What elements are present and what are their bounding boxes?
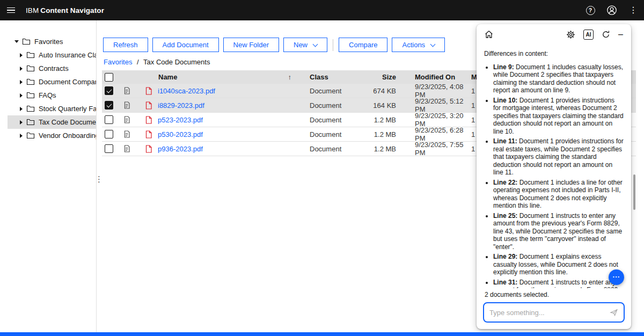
tree-item-label: Document Comparison	[39, 78, 96, 86]
pdf-icon	[145, 87, 152, 95]
select-all-checkbox[interactable]	[105, 73, 113, 82]
cell-class: Document	[302, 87, 364, 95]
chevron-down-icon	[430, 41, 436, 47]
new-dropdown-label: New	[294, 41, 308, 49]
difference-label: Line 31:	[493, 279, 517, 286]
tree-item[interactable]: Document Comparison	[8, 75, 96, 89]
tree-item[interactable]: FAQs	[8, 89, 96, 102]
row-checkbox[interactable]	[105, 144, 113, 153]
settings-button[interactable]	[566, 30, 575, 39]
minimize-button[interactable]: –	[618, 30, 623, 39]
brand-prefix: IBM	[26, 6, 39, 14]
compare-button[interactable]: Compare	[339, 38, 387, 52]
refresh-button[interactable]: Refresh	[103, 38, 148, 52]
ai-response: Differences in content: Line 9: Document…	[477, 45, 631, 288]
tree-item[interactable]: Auto Insurance Claim D	[8, 48, 96, 62]
tree-item-favorites[interactable]: Favorites	[0, 35, 96, 48]
actions-dropdown-label: Actions	[402, 41, 425, 49]
column-header-class[interactable]: Class	[302, 73, 364, 81]
cell-modified-on: 9/23/2025, 4:08 PM	[396, 83, 471, 99]
row-checkbox[interactable]	[105, 130, 113, 138]
breadcrumb-favorites-link[interactable]: Favorites	[104, 58, 132, 66]
home-icon	[485, 30, 493, 39]
document-link[interactable]: p936-2023.pdf	[158, 145, 203, 153]
breadcrumb-separator: /	[137, 58, 139, 66]
toolbar-divider	[333, 39, 333, 51]
tree-item-label: Vendor Onboarding	[39, 132, 96, 140]
tree-item[interactable]: Tax Code Documents	[8, 115, 96, 129]
tree-item-label: Contracts	[39, 64, 69, 72]
folder-icon	[26, 51, 35, 59]
actions-dropdown-button[interactable]: Actions	[392, 38, 445, 52]
ai-badge: AI	[583, 30, 594, 40]
more-options-button[interactable]: ...	[609, 269, 624, 285]
tree-item[interactable]: Contracts	[8, 62, 96, 75]
folder-icon	[26, 118, 35, 126]
gear-icon	[566, 30, 575, 39]
pdf-icon	[145, 101, 152, 109]
column-header-size[interactable]: Size	[364, 73, 396, 81]
column-header-name[interactable]: Name	[158, 73, 177, 81]
cell-modified-on: 9/23/2025, 6:28 PM	[396, 126, 471, 142]
caret-right-icon	[20, 120, 23, 125]
difference-item: Line 10: Document 1 provides instruction…	[493, 97, 624, 136]
row-checkbox[interactable]	[105, 115, 113, 124]
tree-item[interactable]: Vendor Onboarding	[8, 129, 96, 142]
add-document-button[interactable]: Add Document	[152, 38, 219, 52]
new-dropdown-button[interactable]: New	[283, 38, 327, 52]
caret-right-icon	[20, 53, 23, 57]
sidebar: Favorites Auto Insurance Claim D	[0, 20, 97, 332]
tree-item-label: Auto Insurance Claim D	[39, 51, 96, 59]
selection-status: 2 documents selected.	[477, 288, 631, 302]
folder-icon	[26, 105, 35, 113]
ai-response-intro: Differences in content:	[484, 50, 624, 58]
cell-modified-on: 9/23/2025, 7:55 PM	[396, 141, 471, 157]
send-button[interactable]	[606, 308, 618, 317]
refresh-panel-button[interactable]	[602, 30, 610, 39]
document-link[interactable]: i8829-2023.pdf	[158, 101, 204, 109]
row-checkbox[interactable]	[105, 101, 113, 109]
pane-resize-handle[interactable]: ⋮	[95, 174, 103, 184]
hamburger-menu-icon[interactable]	[0, 0, 21, 20]
header-overflow-menu[interactable]: ⋮	[623, 0, 644, 20]
minimize-icon: –	[618, 30, 623, 39]
difference-item: Line 11: Document 1 provides instruction…	[493, 137, 624, 177]
row-checkbox[interactable]	[105, 86, 113, 95]
tree-item-label: Favorites	[34, 38, 63, 46]
caret-right-icon	[20, 67, 23, 71]
document-link[interactable]: i1040sca-2023.pdf	[158, 87, 215, 95]
scrollbar-thumb[interactable]	[633, 174, 635, 210]
document-link[interactable]: p523-2023.pdf	[158, 116, 203, 124]
app-header: IBMContent Navigator ? ⋮	[0, 0, 644, 20]
chat-input[interactable]	[489, 309, 606, 317]
brand-name: Content Navigator	[40, 6, 104, 14]
pdf-icon	[145, 116, 152, 124]
document-details-icon	[123, 130, 131, 138]
home-button[interactable]	[485, 30, 493, 39]
difference-item: Line 22: Document 1 includes a line for …	[493, 179, 624, 210]
bottom-accent-bar	[0, 332, 644, 336]
column-header-modified-on[interactable]: Modified On	[396, 73, 471, 81]
tree-item[interactable]: Stock Quarterly Fact Sh	[8, 102, 96, 115]
folder-icon	[22, 38, 31, 46]
user-account-button[interactable]	[601, 0, 623, 20]
caret-right-icon	[20, 93, 23, 98]
folder-icon	[26, 91, 35, 99]
cell-size: 1.2 MB	[364, 145, 396, 153]
difference-label: Line 29:	[493, 253, 517, 260]
difference-item: Line 9: Document 1 includes casualty los…	[493, 63, 624, 94]
cell-size: 1.2 MB	[364, 130, 396, 138]
cell-modified-on: 9/23/2025, 3:20 PM	[396, 112, 471, 128]
ai-assistant-panel: AI – Differences in content: Line 9: Doc…	[477, 24, 631, 329]
difference-label: Line 10:	[493, 97, 517, 104]
document-link[interactable]: p530-2023.pdf	[158, 130, 203, 138]
document-details-icon	[123, 145, 131, 152]
new-folder-button[interactable]: New Folder	[223, 38, 279, 52]
cell-size: 1.2 MB	[364, 116, 396, 124]
help-button[interactable]: ?	[580, 0, 601, 20]
caret-down-icon	[14, 40, 19, 43]
document-details-icon	[123, 87, 131, 94]
difference-label: Line 22:	[493, 179, 517, 186]
difference-item: Line 25: Document 1 instructs to enter a…	[493, 212, 624, 251]
sort-ascending-icon[interactable]: ↑	[288, 73, 292, 81]
